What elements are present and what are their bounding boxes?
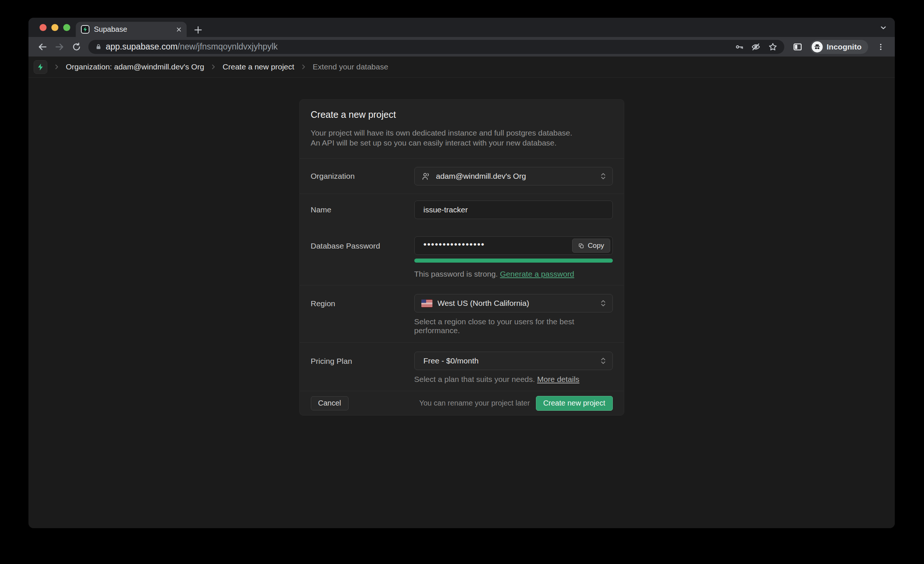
project-name-input[interactable]: issue-tracker	[414, 200, 613, 219]
pricing-help-text: Select a plan that suits your needs. Mor…	[414, 375, 613, 384]
password-masked-value: ••••••••••••••••	[423, 240, 485, 249]
tab-close-icon[interactable]	[176, 26, 182, 33]
pricing-help-prefix: Select a plan that suits your needs.	[414, 375, 537, 383]
organization-select[interactable]: adam@windmill.dev's Org	[414, 167, 613, 186]
pricing-block: Free - $0/month Select a plan that suits…	[414, 352, 613, 384]
browser-tab[interactable]: Supabase	[76, 22, 187, 37]
copy-icon	[578, 243, 584, 249]
window-controls	[39, 24, 70, 31]
users-icon	[422, 171, 431, 181]
side-panel-icon[interactable]	[790, 39, 805, 54]
bookmark-star-icon[interactable]	[768, 42, 778, 52]
region-help-text: Select a region close to your users for …	[414, 317, 613, 335]
pricing-plan-label: Pricing Plan	[311, 352, 414, 366]
more-details-link[interactable]: More details	[537, 375, 579, 383]
cancel-button[interactable]: Cancel	[311, 396, 348, 410]
organization-label: Organization	[311, 172, 414, 181]
password-strength-bar	[414, 259, 613, 263]
description-line-2: An API will be set up so you can easily …	[311, 138, 613, 148]
pricing-plan-select[interactable]: Free - $0/month	[414, 352, 613, 370]
page-content: Create a new project Your project will h…	[28, 78, 895, 528]
breadcrumb-item-extend-database: Extend your database	[313, 63, 388, 71]
select-chevrons-icon	[600, 299, 606, 307]
page-title: Create a new project	[311, 109, 613, 120]
region-value: West US (North California)	[438, 299, 596, 308]
incognito-label: Incognito	[827, 42, 861, 51]
supabase-favicon-icon	[81, 25, 90, 34]
address-bar[interactable]: app.supabase.com/new/jfnsmqoynldvxjyhpyl…	[88, 40, 784, 54]
create-new-project-button[interactable]: Create new project	[536, 396, 613, 411]
us-flag-icon	[422, 299, 432, 307]
card-description: Your project will have its own dedicated…	[311, 128, 613, 148]
name-password-section: Name issue-tracker Database Password •••…	[300, 193, 624, 285]
breadcrumb-chevron-icon	[210, 64, 217, 70]
reload-icon[interactable]	[69, 39, 84, 54]
forward-icon	[52, 39, 67, 54]
database-password-label: Database Password	[311, 236, 414, 250]
select-chevrons-icon	[600, 172, 606, 180]
supabase-logo-icon[interactable]	[34, 60, 47, 74]
region-label: Region	[311, 294, 414, 308]
region-block: West US (North California) Select a regi…	[414, 294, 613, 335]
card-footer: Cancel You can rename your project later…	[300, 391, 624, 415]
breadcrumb-chevron-icon	[300, 64, 307, 70]
new-tab-button[interactable]	[193, 25, 203, 35]
tab-title: Supabase	[94, 25, 176, 34]
password-key-icon[interactable]	[735, 42, 744, 51]
browser-window: Supabase app.supabase.com/new/jfnsmqoynl…	[28, 18, 895, 528]
url-text: app.supabase.com/new/jfnsmqoynldvxjyhpyl…	[106, 42, 729, 52]
pricing-row: Pricing Plan Free - $0/month Select a pl…	[300, 343, 624, 391]
breadcrumb-item-organization[interactable]: Organization: adam@windmill.dev's Org	[66, 63, 204, 71]
rename-note: You can rename your project later	[419, 399, 530, 407]
browser-menu-icon[interactable]	[873, 39, 888, 54]
tab-strip: Supabase	[28, 18, 895, 37]
zoom-window-button[interactable]	[63, 24, 70, 31]
generate-password-link[interactable]: Generate a password	[500, 269, 574, 278]
back-icon[interactable]	[35, 39, 50, 54]
copy-button-label: Copy	[588, 242, 604, 250]
name-label: Name	[311, 205, 414, 214]
browser-toolbar: app.supabase.com/new/jfnsmqoynldvxjyhpyl…	[28, 37, 895, 57]
address-bar-icons	[735, 42, 778, 52]
incognito-icon	[812, 41, 823, 52]
database-password-input[interactable]: •••••••••••••••• Copy	[414, 236, 613, 255]
tab-search-chevron-icon[interactable]	[879, 24, 887, 32]
password-strength-text: This password is strong.	[414, 269, 500, 278]
create-project-card: Create a new project Your project will h…	[299, 99, 624, 416]
organization-value: adam@windmill.dev's Org	[436, 172, 596, 181]
close-window-button[interactable]	[39, 24, 46, 31]
copy-password-button[interactable]: Copy	[572, 239, 610, 253]
region-row: Region West US (North California) Select…	[300, 285, 624, 343]
password-block: •••••••••••••••• Copy This password is s…	[414, 236, 613, 278]
select-chevrons-icon	[600, 357, 606, 365]
url-host: app.supabase.com	[106, 42, 177, 51]
eye-off-icon[interactable]	[751, 42, 760, 52]
region-select[interactable]: West US (North California)	[414, 294, 613, 313]
password-strength-note: This password is strong. Generate a pass…	[414, 269, 613, 278]
url-path: /new/jfnsmqoynldvxjyhpylk	[177, 42, 278, 51]
name-row: Name issue-tracker	[311, 200, 613, 219]
incognito-badge: Incognito	[810, 40, 868, 54]
password-row: Database Password •••••••••••••••• Copy …	[311, 236, 613, 278]
minimize-window-button[interactable]	[51, 24, 58, 31]
card-header: Create a new project Your project will h…	[300, 100, 624, 159]
breadcrumb-chevron-icon	[53, 64, 60, 70]
organization-row: Organization adam@windmill.dev's Org	[300, 159, 624, 193]
breadcrumb-item-create-project[interactable]: Create a new project	[222, 63, 294, 71]
lock-icon[interactable]	[95, 43, 102, 50]
description-line-1: Your project will have its own dedicated…	[311, 128, 613, 138]
breadcrumb: Organization: adam@windmill.dev's Org Cr…	[28, 57, 895, 78]
project-name-value: issue-tracker	[423, 205, 468, 214]
pricing-plan-value: Free - $0/month	[423, 356, 596, 365]
